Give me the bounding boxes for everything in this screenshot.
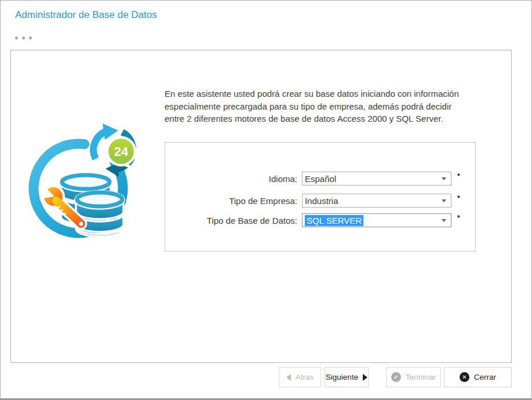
- intro-line-1: En este asistente usted podrá crear su b…: [165, 88, 459, 100]
- chevron-down-icon: [442, 177, 446, 180]
- required-asterisk: *: [457, 194, 460, 202]
- tipo-empresa-value: Industria: [305, 196, 338, 206]
- tipo-empresa-label: Tipo de Empresa:: [165, 196, 302, 206]
- wizard-panel: 24: [10, 50, 512, 363]
- form-groupbox: Idioma: Español * Tipo de Empresa: Indus…: [165, 142, 476, 252]
- form-row-tipo-empresa: Tipo de Empresa: Industria *: [165, 194, 475, 208]
- tipo-base-datos-dropdown-arrow[interactable]: [439, 214, 449, 227]
- idioma-value: Español: [305, 174, 336, 184]
- required-asterisk: *: [457, 172, 460, 180]
- tipo-empresa-dropdown[interactable]: Industria: [302, 194, 451, 208]
- chevron-down-icon: [442, 219, 446, 222]
- wizard-window: Administrador de Base de Datos: [0, 0, 532, 400]
- step-dot: [22, 37, 25, 39]
- intro-line-3: entre 2 diferentes motores de base de da…: [165, 112, 459, 125]
- idioma-dropdown-arrow[interactable]: [439, 172, 449, 185]
- idioma-label: Idioma:: [165, 174, 302, 184]
- close-button[interactable]: ✕ Cerrar: [444, 367, 512, 387]
- app-logo: 24: [23, 118, 144, 243]
- finish-button[interactable]: ✔ Terminar: [386, 367, 441, 387]
- badge-24: 24: [107, 137, 135, 167]
- intro-line-2: especialmente precargada para su tipo de…: [165, 100, 459, 113]
- next-button[interactable]: Siguiente: [325, 367, 369, 387]
- svg-text:24: 24: [114, 144, 129, 159]
- close-button-label: Cerrar: [474, 373, 496, 381]
- idioma-dropdown[interactable]: Español: [302, 172, 451, 186]
- back-button-label: Atras: [296, 373, 314, 381]
- check-circle-icon: ✔: [391, 372, 401, 382]
- tipo-base-datos-dropdown[interactable]: SQL SERVER: [302, 213, 451, 227]
- tipo-empresa-dropdown-arrow[interactable]: [439, 194, 449, 207]
- chevron-down-icon: [442, 199, 446, 202]
- next-button-label: Siguiente: [326, 373, 358, 381]
- form-row-tipo-base-datos: Tipo de Base de Datos: SQL SERVER *: [165, 213, 475, 227]
- step-dot: [15, 37, 18, 39]
- arrow-right-icon: [363, 374, 367, 381]
- step-indicator: [15, 37, 32, 39]
- window-title: Administrador de Base de Datos: [15, 9, 157, 21]
- back-button[interactable]: Atras: [279, 367, 321, 387]
- required-asterisk: *: [457, 214, 460, 222]
- form-row-idioma: Idioma: Español *: [165, 172, 475, 186]
- arrow-left-icon: [286, 374, 291, 381]
- database-icon-front: [76, 192, 123, 237]
- tipo-base-datos-value: SQL SERVER: [305, 215, 363, 226]
- intro-text: En este asistente usted podrá crear su b…: [165, 88, 459, 125]
- finish-button-label: Terminar: [406, 373, 436, 381]
- tipo-base-datos-label: Tipo de Base de Datos:: [165, 216, 302, 226]
- step-dot: [29, 37, 32, 39]
- close-circle-icon: ✕: [460, 372, 469, 382]
